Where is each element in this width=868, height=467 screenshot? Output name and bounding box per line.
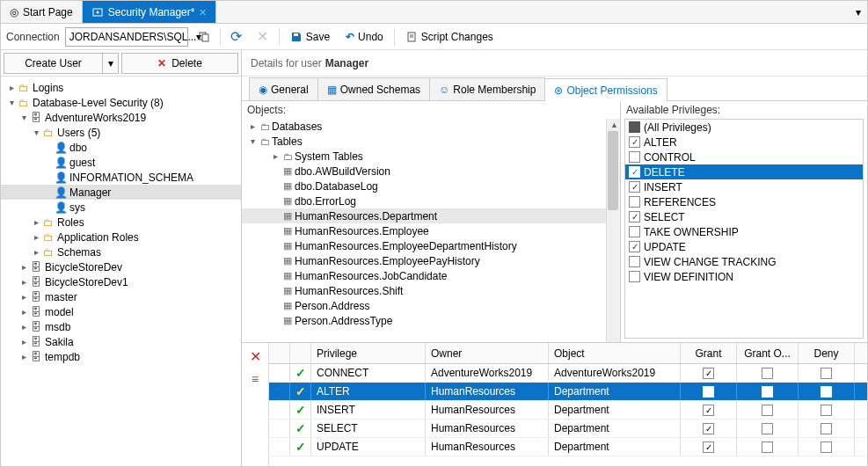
obj-item[interactable]: ▦Person.AddressType <box>242 313 620 328</box>
obj-item[interactable]: ▦HumanResources.Shift <box>242 283 620 298</box>
checkbox[interactable]: ✓ <box>629 211 640 223</box>
objects-tree[interactable]: ▸🗀Databases ▾🗀Tables ▸🗀System Tables▦dbo… <box>242 119 620 342</box>
tree-db-aw[interactable]: ▾🗄AdventureWorks2019 <box>1 110 241 125</box>
create-user-dropdown[interactable]: ▾ <box>103 53 119 74</box>
col-grant-option[interactable]: Grant O... <box>737 343 799 363</box>
privilege-item[interactable]: ✓DELETE <box>625 164 863 179</box>
save-button[interactable]: Save <box>285 26 335 47</box>
tree-schemas[interactable]: ▸🗀Schemas <box>1 244 241 259</box>
tree-logins[interactable]: ▸🗀Logins <box>1 80 241 95</box>
grant-checkbox[interactable]: ✓ <box>703 423 714 434</box>
tree-users[interactable]: ▾🗀Users (5) <box>1 125 241 140</box>
tab-general[interactable]: ◉General <box>249 77 318 100</box>
refresh-button[interactable]: ⟳ <box>226 26 247 47</box>
tree-user-manager[interactable]: 👤Manager <box>1 185 241 200</box>
tree-app-roles[interactable]: ▸🗀Application Roles <box>1 230 241 244</box>
checkbox[interactable] <box>629 271 640 282</box>
privilege-item[interactable]: (All Privileges) <box>625 120 863 135</box>
security-tree[interactable]: ▸🗀Logins ▾🗀Database-Level Security (8) ▾… <box>1 77 241 466</box>
checkbox[interactable]: ✓ <box>629 181 640 193</box>
grant-option-checkbox[interactable] <box>762 441 773 453</box>
edit-row-button[interactable]: ≡ <box>252 372 259 386</box>
grid-row[interactable]: ✓UPDATEHumanResourcesDepartment✓ <box>269 438 867 456</box>
grant-checkbox[interactable]: ✓ <box>703 441 714 453</box>
obj-item[interactable]: ▦HumanResources.EmployeePayHistory <box>242 253 620 268</box>
grant-checkbox[interactable]: ✓ <box>703 368 714 379</box>
privilege-item[interactable]: ✓ALTER <box>625 135 863 150</box>
connection-select[interactable]: JORDANSANDERS\SQL... ▾ <box>65 27 188 47</box>
tree-db[interactable]: ▸🗄master <box>1 289 241 304</box>
checkbox[interactable] <box>629 196 640 208</box>
grant-checkbox[interactable]: ✓ <box>703 405 714 416</box>
checkbox[interactable] <box>629 256 640 267</box>
tree-db[interactable]: ▸🗄tempdb <box>1 349 241 364</box>
deny-checkbox[interactable] <box>821 423 832 434</box>
script-button[interactable]: Script Changes <box>400 26 499 47</box>
tree-db[interactable]: ▸🗄msdb <box>1 319 241 334</box>
checkbox[interactable] <box>629 151 640 163</box>
obj-item[interactable]: ▦HumanResources.Department <box>242 208 620 223</box>
grant-option-checkbox[interactable] <box>762 405 773 416</box>
grant-option-checkbox[interactable] <box>762 386 773 398</box>
obj-item[interactable]: ▸🗀System Tables <box>242 149 620 164</box>
remove-row-button[interactable]: ✕ <box>250 348 261 365</box>
close-button[interactable]: ✕ <box>252 26 274 47</box>
checkbox[interactable] <box>629 226 640 237</box>
undo-button[interactable]: ↶ Undo <box>340 26 389 47</box>
obj-databases[interactable]: ▸🗀Databases <box>242 119 620 134</box>
tab-start-page[interactable]: ◎ Start Page <box>1 1 83 23</box>
delete-button[interactable]: ✕ Delete <box>121 53 238 74</box>
tab-owned-schemas[interactable]: ▦Owned Schemas <box>317 77 430 100</box>
tree-roles[interactable]: ▸🗀Roles <box>1 215 241 230</box>
col-grant[interactable]: Grant <box>681 343 737 363</box>
grant-option-checkbox[interactable] <box>762 423 773 434</box>
obj-item[interactable]: ▦Person.Address <box>242 298 620 313</box>
tree-user-dbo[interactable]: 👤dbo <box>1 140 241 155</box>
privileges-list[interactable]: (All Privileges)✓ALTERCONTROL✓DELETE✓INS… <box>624 119 864 339</box>
grid-row[interactable]: ✓SELECTHumanResourcesDepartment✓ <box>269 420 867 438</box>
checkbox[interactable]: ✓ <box>629 241 640 252</box>
tree-db[interactable]: ▸🗄BicycleStoreDev <box>1 259 241 274</box>
grant-checkbox[interactable]: ✓ <box>703 386 714 398</box>
copy-button[interactable] <box>193 26 215 47</box>
checkbox[interactable]: ✓ <box>629 166 640 178</box>
obj-item[interactable]: ▦HumanResources.JobCandidate <box>242 268 620 283</box>
tree-user-sys[interactable]: 👤sys <box>1 200 241 215</box>
grid-row[interactable]: ✓INSERTHumanResourcesDepartment✓ <box>269 401 867 420</box>
obj-tables[interactable]: ▾🗀Tables <box>242 134 620 149</box>
privilege-item[interactable]: ✓UPDATE <box>625 239 863 254</box>
tab-role-membership[interactable]: ☺Role Membership <box>429 77 545 100</box>
scrollbar[interactable]: ▲ <box>606 119 620 342</box>
tree-user-info[interactable]: 👤INFORMATION_SCHEMA <box>1 170 241 185</box>
grid-row[interactable]: →✓ALTERHumanResourcesDepartment✓ <box>269 383 867 401</box>
create-user-button[interactable]: Create User <box>4 53 103 74</box>
checkbox[interactable] <box>629 121 640 133</box>
privilege-item[interactable]: VIEW DEFINITION <box>625 269 863 284</box>
deny-checkbox[interactable] <box>821 368 832 379</box>
col-deny[interactable]: Deny <box>799 343 855 363</box>
close-icon[interactable]: × <box>199 5 206 19</box>
tab-object-permissions[interactable]: ⊛Object Permissions <box>544 78 667 101</box>
tab-overflow-button[interactable]: ▾ <box>850 1 867 23</box>
obj-item[interactable]: ▦dbo.DatabaseLog <box>242 179 620 193</box>
scroll-thumb[interactable] <box>608 131 618 210</box>
tree-db-security[interactable]: ▾🗀Database-Level Security (8) <box>1 95 241 110</box>
col-privilege[interactable]: Privilege <box>311 343 426 363</box>
privilege-item[interactable]: CONTROL <box>625 150 863 164</box>
deny-checkbox[interactable] <box>821 405 832 416</box>
privilege-item[interactable]: REFERENCES <box>625 194 863 209</box>
tab-security-manager[interactable]: Security Manager* × <box>83 1 216 23</box>
privilege-item[interactable]: TAKE OWNERSHIP <box>625 224 863 239</box>
col-owner[interactable]: Owner <box>426 343 549 363</box>
obj-item[interactable]: ▦HumanResources.Employee <box>242 223 620 238</box>
obj-item[interactable]: ▦dbo.ErrorLog <box>242 193 620 208</box>
privilege-item[interactable]: ✓SELECT <box>625 209 863 224</box>
obj-item[interactable]: ▦dbo.AWBuildVersion <box>242 164 620 179</box>
deny-checkbox[interactable] <box>821 386 832 398</box>
obj-item[interactable]: ▦HumanResources.EmployeeDepartmentHistor… <box>242 238 620 253</box>
checkbox[interactable]: ✓ <box>629 136 640 148</box>
tree-db[interactable]: ▸🗄Sakila <box>1 334 241 349</box>
tree-db[interactable]: ▸🗄BicycleStoreDev1 <box>1 274 241 289</box>
tree-user-guest[interactable]: 👤guest <box>1 155 241 170</box>
grid-row[interactable]: ✓CONNECTAdventureWorks2019AdventureWorks… <box>269 364 867 383</box>
